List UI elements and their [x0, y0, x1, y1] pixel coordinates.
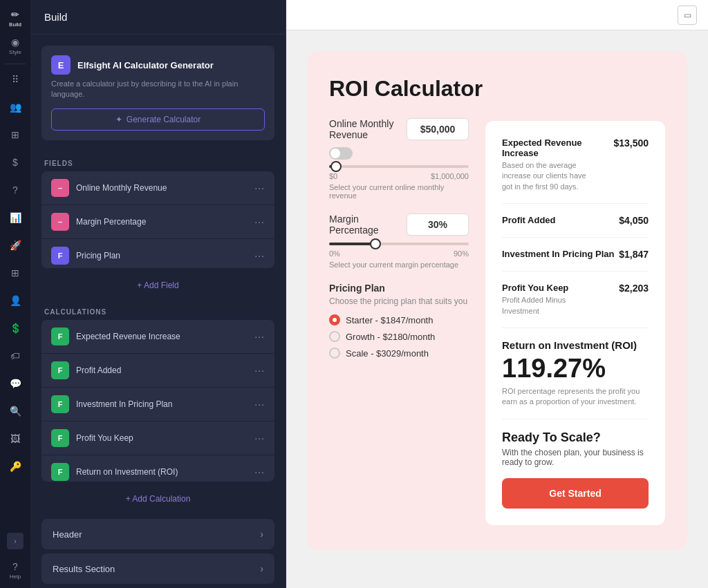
- key-icon: 🔑: [10, 461, 21, 472]
- result-value-expected: $13,500: [613, 137, 649, 149]
- nav-grid2[interactable]: ⊞: [3, 260, 28, 285]
- search-icon: 🔍: [10, 406, 21, 417]
- nav-search[interactable]: 🔍: [3, 399, 28, 424]
- calc-label-investment-pricing: Investment In Pricing Plan: [76, 399, 254, 409]
- calc-icon-investment-pricing: F: [51, 395, 69, 413]
- expand-button[interactable]: ›: [7, 533, 24, 549]
- nav-key[interactable]: 🔑: [3, 454, 28, 479]
- field-row-revenue: Online Monthly Revenue $50,000 $0 $: [329, 118, 469, 200]
- fields-list: – Online Monthly Revenue ··· – Margin Pe…: [41, 171, 274, 268]
- chat-icon: 💬: [10, 378, 21, 389]
- icon-bar-bottom: › ? Help: [3, 533, 28, 582]
- radio-starter[interactable]: Starter - $1847/month: [329, 314, 469, 325]
- device-icon[interactable]: ▭: [678, 6, 697, 25]
- nav-apps[interactable]: ⊞: [3, 122, 28, 147]
- radio-scale[interactable]: Scale - $3029/month: [329, 348, 469, 359]
- generate-calculator-button[interactable]: ✦ Generate Calculator: [51, 108, 265, 131]
- calc-menu-profit-added[interactable]: ···: [254, 365, 265, 376]
- nav-style[interactable]: ◉ Style: [3, 33, 28, 58]
- result-divider-5: [502, 419, 649, 419]
- nav-chart[interactable]: 📊: [3, 205, 28, 230]
- add-field-button[interactable]: + Add Field: [30, 274, 286, 297]
- result-label-investment: Investment In Pricing Plan: [502, 249, 619, 259]
- roi-title: Return on Investment (ROI): [502, 339, 649, 351]
- field-menu-margin-percentage[interactable]: ···: [254, 216, 265, 227]
- field-label-online-monthly-revenue: Online Monthly Revenue: [76, 183, 254, 193]
- calc-results: Expected Revenue Increase Based on the a…: [485, 118, 665, 525]
- icon-bar: ✏ Build ◉ Style ⠿ 👥 ⊞ $ ? 📊 🚀 ⊞ 👤 💲 🏷 💬 …: [0, 0, 30, 588]
- calc-menu-profit-you-keep[interactable]: ···: [254, 433, 265, 444]
- revenue-toggle[interactable]: [329, 147, 353, 160]
- nav-dollar2[interactable]: 💲: [3, 316, 28, 341]
- ai-card-title: Elfsight AI Calculator Generator: [77, 60, 214, 70]
- rocket-icon: 🚀: [10, 240, 21, 251]
- nav-item-header[interactable]: Header ›: [41, 519, 274, 549]
- calc-label-roi: Return on Investment (ROI): [76, 467, 254, 477]
- build-icon: ✏: [11, 9, 19, 20]
- nav-item-results-arrow: ›: [260, 563, 263, 574]
- revenue-slider-thumb[interactable]: [330, 161, 342, 172]
- result-label-col-expected: Expected Revenue Increase Based on the a…: [502, 137, 613, 192]
- ready-title: Ready To Scale?: [502, 430, 649, 445]
- margin-slider-thumb[interactable]: [370, 238, 381, 249]
- ai-card-header: E Elfsight AI Calculator Generator: [51, 55, 265, 75]
- margin-slider-labels: 0% 90%: [329, 249, 469, 258]
- apps-icon: ⊞: [11, 129, 19, 140]
- field-item-pricing-plan[interactable]: F Pricing Plan ···: [41, 239, 274, 268]
- field-menu-online-monthly-revenue[interactable]: ···: [254, 182, 265, 193]
- field-value-revenue[interactable]: $50,000: [407, 118, 469, 140]
- field-item-online-monthly-revenue[interactable]: – Online Monthly Revenue ···: [41, 171, 274, 205]
- field-header-revenue: Online Monthly Revenue $50,000: [329, 118, 469, 140]
- nav-help[interactable]: ?: [3, 178, 28, 202]
- calc-menu-roi[interactable]: ···: [254, 466, 265, 477]
- calc-item-expected-revenue[interactable]: F Expected Revenue Increase ···: [41, 320, 274, 354]
- calc-item-roi[interactable]: F Return on Investment (ROI) ···: [41, 455, 274, 482]
- calculator-widget: ROI Calculator Online Monthly Revenue $5…: [307, 51, 687, 550]
- margin-slider-track: [329, 243, 469, 245]
- radio-circle-scale: [329, 348, 340, 359]
- add-calculation-button[interactable]: + Add Calculation: [30, 487, 286, 511]
- ai-card-description: Create a calculator just by describing i…: [51, 79, 265, 100]
- calc-icon-profit-you-keep: F: [51, 429, 69, 447]
- radio-growth[interactable]: Growth - $2180/month: [329, 331, 469, 342]
- radio-inner-starter: [333, 318, 337, 322]
- group-icon: 👤: [10, 295, 21, 306]
- nav-users[interactable]: 👥: [3, 95, 28, 120]
- calc-item-profit-added[interactable]: F Profit Added ···: [41, 354, 274, 388]
- result-label-expected: Expected Revenue Increase: [502, 137, 613, 158]
- nav-build[interactable]: ✏ Build: [3, 6, 28, 30]
- calc-item-investment-pricing[interactable]: F Investment In Pricing Plan ···: [41, 388, 274, 421]
- nav-help-bottom[interactable]: ? Help: [3, 558, 28, 582]
- result-row-profit-keep: Profit You Keep Profit Added Minus Inves…: [502, 283, 649, 316]
- result-row-investment: Investment In Pricing Plan $1,847: [502, 249, 649, 260]
- field-row-margin: Margin Percentage 30% 0% 90% Select your…: [329, 214, 469, 269]
- field-icon-online-monthly-revenue: –: [51, 179, 69, 197]
- field-name-revenue: Online Monthly Revenue: [329, 118, 407, 140]
- nav-dots[interactable]: ⠿: [3, 67, 28, 92]
- calc-item-profit-you-keep[interactable]: F Profit You Keep ···: [41, 421, 274, 455]
- field-item-margin-percentage[interactable]: – Margin Percentage ···: [41, 205, 274, 239]
- result-divider-3: [502, 271, 649, 272]
- nav-tag[interactable]: 🏷: [3, 343, 28, 368]
- nav-chat[interactable]: 💬: [3, 371, 28, 396]
- nav-rocket[interactable]: 🚀: [3, 233, 28, 258]
- calc-menu-expected-revenue[interactable]: ···: [254, 331, 265, 342]
- nav-dollar[interactable]: $: [3, 150, 28, 175]
- nav-image[interactable]: 🖼: [3, 426, 28, 451]
- cta-get-started-button[interactable]: Get Started: [502, 478, 649, 509]
- result-divider-1: [502, 203, 649, 204]
- field-menu-pricing-plan[interactable]: ···: [254, 250, 265, 261]
- nav-group[interactable]: 👤: [3, 288, 28, 313]
- calc-menu-investment-pricing[interactable]: ···: [254, 399, 265, 410]
- result-divider-2: [502, 237, 649, 238]
- calc-fields: Online Monthly Revenue $50,000 $0 $: [329, 118, 469, 525]
- nav-item-results-section[interactable]: Results Section ›: [41, 553, 274, 584]
- ready-section: Ready To Scale? With the chosen plan, yo…: [502, 430, 649, 467]
- result-label-col-investment: Investment In Pricing Plan: [502, 249, 619, 259]
- nav-item-results-label: Results Section: [53, 564, 260, 574]
- calculations-section-label: CALCULATIONS: [30, 300, 286, 320]
- users-icon: 👥: [10, 102, 21, 113]
- calculator-title: ROI Calculator: [329, 76, 665, 102]
- field-value-margin[interactable]: 30%: [407, 214, 469, 236]
- result-divider-4: [502, 328, 649, 328]
